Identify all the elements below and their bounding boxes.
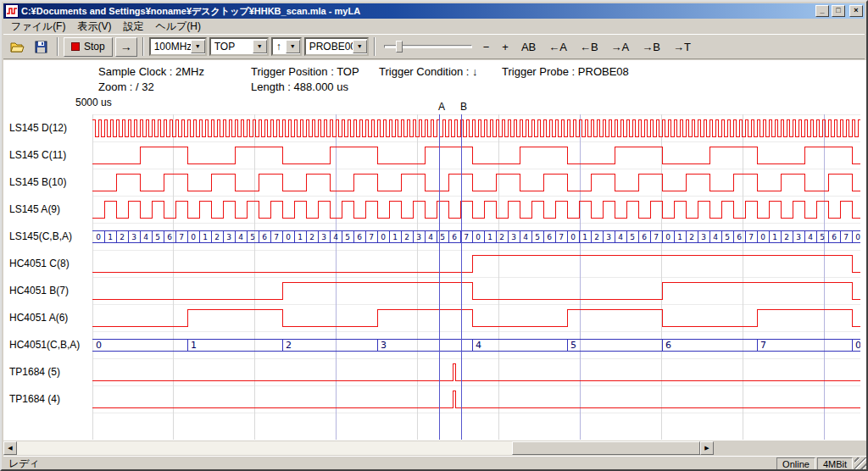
- svg-text:5: 5: [630, 233, 635, 241]
- svg-text:2: 2: [499, 233, 504, 241]
- svg-text:3: 3: [226, 233, 231, 241]
- svg-text:2: 2: [286, 340, 292, 351]
- svg-text:2: 2: [594, 233, 599, 241]
- minimize-button[interactable]: _: [815, 5, 829, 17]
- zoom-slider-thumb[interactable]: [396, 41, 403, 53]
- chevron-down-icon[interactable]: ▼: [253, 40, 267, 53]
- svg-text:3: 3: [511, 233, 516, 241]
- svg-text:7: 7: [179, 233, 184, 241]
- menu-help[interactable]: ヘルプ(H): [149, 19, 207, 35]
- svg-text:0: 0: [476, 233, 481, 241]
- menu-settings[interactable]: 設定: [117, 19, 149, 35]
- svg-text:6: 6: [167, 233, 172, 241]
- svg-text:0: 0: [96, 340, 102, 351]
- svg-text:2: 2: [214, 233, 220, 241]
- svg-text:0: 0: [665, 233, 670, 241]
- svg-text:2: 2: [404, 233, 409, 241]
- svg-text:1: 1: [677, 233, 682, 241]
- svg-text:4: 4: [808, 233, 813, 241]
- svg-text:5: 5: [155, 233, 160, 241]
- svg-text:5: 5: [440, 233, 445, 241]
- resize-grip[interactable]: [854, 457, 866, 470]
- toolbar: Stop → 100MHz ▼ TOP ▼ ↑ ▼ PROBE00 ▼ − + …: [3, 34, 865, 59]
- svg-text:7: 7: [369, 233, 374, 241]
- stop-button[interactable]: Stop: [64, 37, 113, 57]
- sample-clock-label: Sample Clock : 2MHz: [98, 65, 204, 78]
- waveform-plot[interactable]: 0123456701234567012345670123456701234567…: [92, 114, 860, 440]
- goto-cursor-b-right-button[interactable]: →B: [637, 38, 665, 56]
- goto-cursor-a-left-button[interactable]: ←A: [543, 38, 572, 56]
- stop-icon: [71, 42, 80, 51]
- chevron-down-icon[interactable]: ▼: [286, 40, 300, 53]
- probe-select[interactable]: PROBE00 ▼: [304, 37, 369, 56]
- save-button[interactable]: [31, 36, 52, 57]
- cursor-b-label[interactable]: B: [459, 101, 469, 113]
- scroll-left-icon[interactable]: ◀: [3, 441, 17, 455]
- run-button[interactable]: →: [115, 37, 137, 57]
- svg-text:2: 2: [784, 233, 789, 241]
- svg-text:0: 0: [760, 233, 765, 241]
- chevron-down-icon[interactable]: ▼: [353, 40, 367, 53]
- zoom-out-button[interactable]: −: [478, 38, 495, 56]
- scroll-right-icon[interactable]: ▶: [700, 441, 714, 455]
- trigger-edge-select[interactable]: ↑ ▼: [271, 37, 302, 56]
- svg-text:4: 4: [523, 233, 528, 241]
- trigger-position-select[interactable]: TOP ▼: [209, 37, 269, 56]
- horizontal-scrollbar[interactable]: ◀ ▶: [3, 441, 714, 455]
- channel-label: LS145 A(9): [9, 202, 60, 216]
- save-floppy-icon: [35, 41, 47, 53]
- menu-view[interactable]: 表示(V): [71, 19, 117, 35]
- ab-range-button[interactable]: AB: [516, 38, 541, 56]
- svg-text:0: 0: [570, 233, 576, 241]
- goto-cursor-a-right-button[interactable]: →A: [606, 38, 635, 56]
- svg-text:4: 4: [238, 233, 243, 241]
- channel-label: TP1684 (5): [9, 365, 60, 379]
- channel-label: LS145 B(10): [9, 175, 66, 189]
- svg-text:0: 0: [855, 233, 860, 241]
- clock-select[interactable]: 100MHz ▼: [149, 37, 207, 56]
- goto-trigger-button[interactable]: →T: [668, 38, 696, 56]
- trigger-probe-label: Trigger Probe : PROBE08: [502, 65, 629, 78]
- svg-text:0: 0: [855, 340, 860, 351]
- svg-text:5: 5: [570, 340, 576, 351]
- svg-text:7: 7: [464, 233, 469, 241]
- zoom-in-button[interactable]: +: [497, 38, 514, 56]
- scrollbar-thumb[interactable]: [512, 441, 700, 455]
- waveform-client-area: Sample Clock : 2MHz Trigger Position : T…: [3, 60, 868, 441]
- cursor-a-label[interactable]: A: [437, 101, 447, 113]
- channel-label: LS145(C,B,A): [9, 230, 72, 243]
- open-file-button[interactable]: [7, 36, 28, 57]
- status-memory: 4MBit: [817, 457, 853, 470]
- zoom-slider[interactable]: [384, 37, 472, 56]
- svg-text:7: 7: [843, 233, 849, 241]
- svg-text:3: 3: [796, 233, 801, 241]
- svg-text:1: 1: [582, 233, 587, 241]
- svg-text:1: 1: [487, 233, 492, 241]
- maximize-button[interactable]: □: [832, 5, 845, 17]
- status-bar: レディ Online 4MBit: [3, 456, 868, 471]
- svg-text:5: 5: [820, 233, 825, 241]
- svg-text:4: 4: [428, 233, 433, 241]
- svg-text:1: 1: [298, 233, 303, 241]
- svg-text:2: 2: [120, 233, 125, 241]
- menu-file[interactable]: ファイル(F): [5, 19, 71, 35]
- svg-text:6: 6: [832, 233, 837, 241]
- svg-text:7: 7: [654, 233, 659, 241]
- app-icon: [5, 4, 19, 18]
- channel-label: HC4051 C(8): [9, 257, 70, 270]
- close-button[interactable]: ×: [849, 5, 863, 17]
- menu-bar: ファイル(F) 表示(V) 設定 ヘルプ(H): [3, 19, 865, 34]
- chevron-down-icon[interactable]: ▼: [191, 40, 205, 53]
- svg-text:1: 1: [772, 233, 777, 241]
- channel-label: LS145 D(12): [9, 121, 67, 135]
- svg-text:7: 7: [274, 233, 279, 241]
- status-online: Online: [776, 457, 815, 470]
- svg-text:0: 0: [286, 233, 291, 241]
- goto-cursor-b-left-button[interactable]: ←B: [575, 38, 604, 56]
- svg-text:6: 6: [642, 233, 647, 241]
- trigger-condition-label: Trigger Condition : ↓: [379, 65, 478, 78]
- title-bar[interactable]: C:¥Documents and Settings¥noname¥デスクトップ¥…: [3, 3, 865, 19]
- svg-text:1: 1: [191, 340, 197, 351]
- trigger-position-label: Trigger Position : TOP: [251, 65, 359, 78]
- svg-text:3: 3: [606, 233, 611, 241]
